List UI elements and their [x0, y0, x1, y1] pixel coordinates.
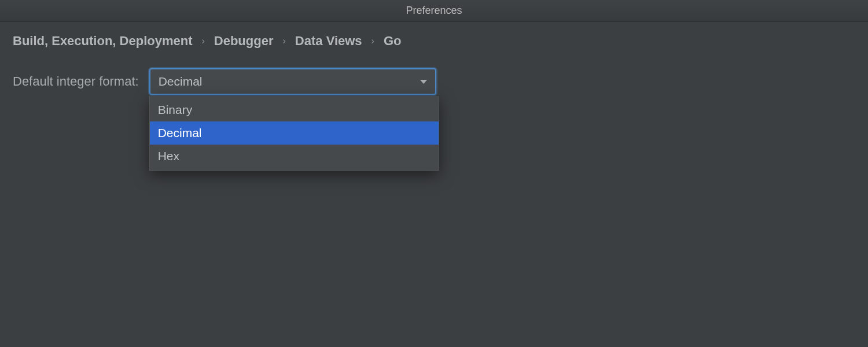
chevron-right-icon: ›: [201, 36, 204, 46]
breadcrumb-item-data-views[interactable]: Data Views: [295, 34, 362, 49]
breadcrumb-item-debugger[interactable]: Debugger: [214, 34, 274, 49]
breadcrumb-item-build[interactable]: Build, Execution, Deployment: [13, 34, 192, 49]
chevron-down-icon: [420, 80, 427, 84]
titlebar: Preferences: [0, 0, 868, 22]
default-integer-format-combobox[interactable]: Decimal: [149, 68, 436, 95]
default-integer-format-field: Decimal Binary Decimal Hex: [149, 68, 436, 95]
breadcrumb-item-go[interactable]: Go: [384, 34, 402, 49]
window-title: Preferences: [406, 5, 462, 17]
default-integer-format-dropdown: Binary Decimal Hex: [149, 96, 439, 171]
combobox-value: Decimal: [159, 75, 203, 88]
dropdown-option-decimal[interactable]: Decimal: [150, 121, 439, 145]
preferences-content: Build, Execution, Deployment › Debugger …: [0, 22, 868, 106]
dropdown-option-binary[interactable]: Binary: [150, 98, 439, 121]
chevron-right-icon: ›: [372, 36, 374, 46]
chevron-right-icon: ›: [283, 36, 286, 46]
default-integer-format-label: Default integer format:: [13, 74, 139, 89]
dropdown-option-hex[interactable]: Hex: [150, 145, 439, 168]
default-integer-format-row: Default integer format: Decimal Binary D…: [13, 68, 855, 95]
breadcrumb: Build, Execution, Deployment › Debugger …: [13, 34, 855, 49]
